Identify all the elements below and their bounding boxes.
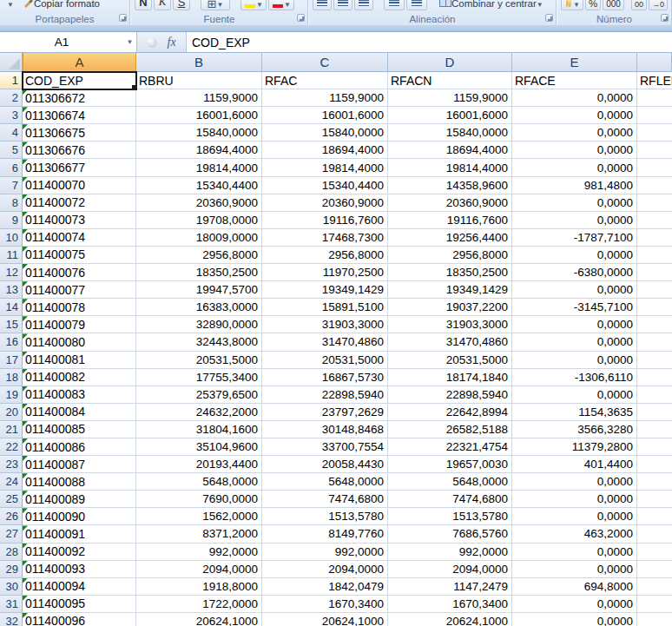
cell-F9[interactable] (637, 212, 672, 229)
cell-D18[interactable]: 18174,1840 (388, 369, 512, 386)
cell-D4[interactable]: 15840,0000 (388, 124, 512, 142)
align-left-button[interactable] (313, 0, 332, 10)
cell-C30[interactable]: 1842,0479 (262, 578, 388, 596)
cell-F21[interactable] (637, 421, 672, 438)
cell-C5[interactable]: 18694,4000 (262, 142, 388, 159)
cell-E29[interactable]: 0,0000 (512, 561, 637, 578)
align-center-button[interactable] (333, 0, 352, 10)
comma-style-button[interactable]: 000 (603, 0, 624, 10)
cell-B1[interactable]: RBRU (136, 72, 262, 89)
row-header-27[interactable]: 27 (0, 525, 23, 543)
row-header-2[interactable]: 2 (0, 89, 23, 107)
cell-F5[interactable] (637, 142, 672, 159)
column-header-D[interactable]: D (388, 53, 512, 72)
cell-F26[interactable] (637, 508, 672, 525)
cell-D1[interactable]: RFACN (388, 72, 512, 89)
cell-F1[interactable]: RFLEP (637, 72, 672, 89)
cell-A30[interactable]: 011400094 (23, 578, 136, 596)
cell-D24[interactable]: 5648,0000 (388, 473, 512, 491)
cell-D9[interactable]: 19116,7600 (388, 212, 512, 229)
paste-dropdown-caret[interactable]: ▼ (3, 0, 17, 10)
cell-D2[interactable]: 1159,9000 (388, 89, 512, 107)
cell-B11[interactable]: 2956,8000 (136, 247, 262, 264)
cell-A32[interactable]: 011400096 (23, 613, 136, 626)
row-header-22[interactable]: 22 (0, 438, 23, 456)
cell-C19[interactable]: 22898,5940 (262, 386, 388, 404)
percent-style-button[interactable]: % (585, 0, 601, 10)
cell-F30[interactable] (637, 578, 672, 596)
cell-D14[interactable]: 19037,2200 (388, 299, 512, 316)
cell-E11[interactable]: 0,0000 (512, 247, 637, 264)
cell-E16[interactable]: 0,0000 (512, 333, 637, 351)
cell-C8[interactable]: 20360,9000 (262, 194, 388, 212)
decrease-decimal-button[interactable]: →0 (649, 0, 668, 10)
cell-D5[interactable]: 18694,4000 (388, 142, 512, 159)
cell-F31[interactable] (637, 596, 672, 613)
cell-B13[interactable]: 19947,5700 (136, 281, 262, 299)
row-header-16[interactable]: 16 (0, 333, 23, 351)
cell-B19[interactable]: 25379,6500 (136, 386, 262, 404)
cell-E14[interactable]: -3145,7100 (512, 299, 637, 316)
cell-C25[interactable]: 7474,6800 (262, 491, 388, 508)
cell-E21[interactable]: 3566,3280 (512, 421, 637, 438)
cell-D28[interactable]: 992,0000 (388, 544, 512, 561)
row-header-17[interactable]: 17 (0, 352, 23, 369)
cell-E9[interactable]: 0,0000 (512, 212, 637, 229)
cell-A29[interactable]: 011400093 (23, 561, 136, 578)
cell-A31[interactable]: 011400095 (23, 596, 136, 613)
cell-A13[interactable]: 011400077 (23, 281, 136, 299)
cell-C27[interactable]: 8149,7760 (262, 525, 388, 543)
cell-B5[interactable]: 18694,4000 (136, 142, 262, 159)
cell-E13[interactable]: 0,0000 (512, 281, 637, 299)
row-header-25[interactable]: 25 (0, 491, 23, 508)
increase-indent-button[interactable] (406, 0, 427, 10)
row-header-3[interactable]: 3 (0, 107, 23, 124)
cell-C3[interactable]: 16001,6000 (262, 107, 388, 124)
cell-C13[interactable]: 19349,1429 (262, 281, 388, 299)
cell-C7[interactable]: 15340,4400 (262, 177, 388, 194)
cell-E31[interactable]: 0,0000 (512, 596, 637, 613)
formula-input[interactable]: COD_EXP (187, 32, 672, 52)
cell-F12[interactable] (637, 264, 672, 281)
cell-D6[interactable]: 19814,4000 (388, 159, 512, 176)
cell-C32[interactable]: 20624,1000 (262, 613, 388, 626)
cell-C29[interactable]: 2094,0000 (262, 561, 388, 578)
cell-E27[interactable]: 463,2000 (512, 525, 637, 543)
cell-B27[interactable]: 8371,2000 (136, 525, 262, 543)
cell-F10[interactable] (637, 229, 672, 247)
alignment-dialog-launcher-icon[interactable] (545, 14, 553, 22)
cell-E30[interactable]: 694,8000 (512, 578, 637, 596)
cell-C11[interactable]: 2956,8000 (262, 247, 388, 264)
cell-D29[interactable]: 2094,0000 (388, 561, 512, 578)
cell-E5[interactable]: 0,0000 (512, 142, 637, 159)
row-header-7[interactable]: 7 (0, 177, 23, 194)
column-header-E[interactable]: E (512, 53, 637, 72)
cell-A6[interactable]: 011306677 (23, 159, 136, 176)
fill-color-button[interactable]: ▼ (240, 0, 267, 10)
cell-F18[interactable] (637, 369, 672, 386)
column-header-C[interactable]: C (262, 53, 388, 72)
cell-D8[interactable]: 20360,9000 (388, 194, 512, 212)
row-header-9[interactable]: 9 (0, 212, 23, 229)
cell-C16[interactable]: 31470,4860 (262, 333, 388, 351)
name-box[interactable]: A1 ▼ (0, 32, 137, 52)
cell-D17[interactable]: 20531,5000 (388, 352, 512, 369)
cell-F13[interactable] (637, 281, 672, 299)
merge-center-button[interactable]: Combinar y centrar ▼ (436, 0, 547, 10)
column-header-A[interactable]: A (23, 53, 136, 72)
cell-D21[interactable]: 26582,5188 (388, 421, 512, 438)
cell-B12[interactable]: 18350,2500 (136, 264, 262, 281)
cell-F20[interactable] (637, 404, 672, 421)
cell-A19[interactable]: 011400083 (23, 386, 136, 404)
cell-E19[interactable]: 0,0000 (512, 386, 637, 404)
cell-E26[interactable]: 0,0000 (512, 508, 637, 525)
cell-F8[interactable] (637, 194, 672, 212)
cell-E4[interactable]: 0,0000 (512, 124, 637, 142)
cell-D15[interactable]: 31903,3000 (388, 316, 512, 333)
cell-B30[interactable]: 1918,8000 (136, 578, 262, 596)
row-header-12[interactable]: 12 (0, 264, 23, 281)
cell-B7[interactable]: 15340,4400 (136, 177, 262, 194)
cell-E20[interactable]: 1154,3635 (512, 404, 637, 421)
cell-D7[interactable]: 14358,9600 (388, 177, 512, 194)
decrease-indent-button[interactable] (384, 0, 405, 10)
